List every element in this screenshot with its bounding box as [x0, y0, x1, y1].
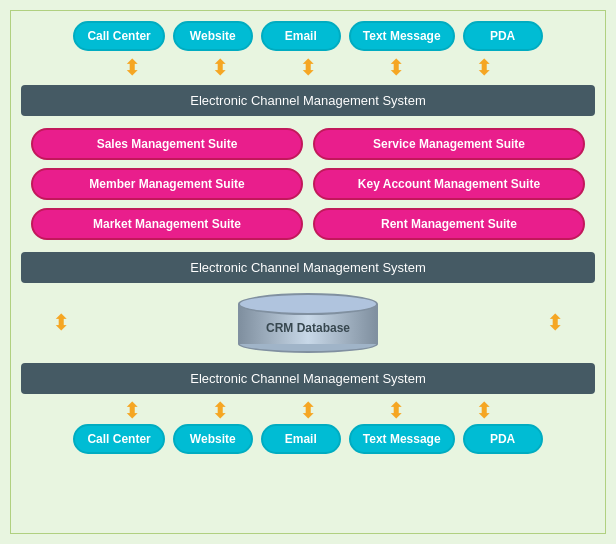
crm-database: CRM Database: [238, 293, 378, 353]
top-channel-row: Call Center Website Email Text Message P…: [21, 21, 595, 51]
bottom-channel-row: Call Center Website Email Text Message P…: [21, 424, 595, 454]
sales-suite: Sales Management Suite: [31, 128, 303, 160]
right-side-arrows: ⬍: [525, 312, 585, 334]
arrow-3: ⬍: [299, 57, 317, 79]
b-arrow-4: ⬍: [387, 400, 405, 422]
suite-col-right: Service Management Suite Key Account Man…: [313, 128, 585, 240]
market-suite: Market Management Suite: [31, 208, 303, 240]
middle-section: ⬍ CRM Database ⬍: [21, 289, 595, 357]
b-arrow-5: ⬍: [475, 400, 493, 422]
main-container: Call Center Website Email Text Message P…: [10, 10, 606, 534]
system-bar-1: Electronic Channel Management System: [21, 85, 595, 116]
bottom-email: Email: [261, 424, 341, 454]
bottom-text-message: Text Message: [349, 424, 455, 454]
top-website: Website: [173, 21, 253, 51]
arrow-4: ⬍: [387, 57, 405, 79]
bottom-arrows: ⬍ ⬍ ⬍ ⬍ ⬍: [21, 400, 595, 422]
bottom-call-center: Call Center: [73, 424, 164, 454]
system-bar-2: Electronic Channel Management System: [21, 252, 595, 283]
bottom-pda: PDA: [463, 424, 543, 454]
b-arrow-3: ⬍: [299, 400, 317, 422]
suite-area: Sales Management Suite Member Management…: [21, 120, 595, 248]
system-bar-3: Electronic Channel Management System: [21, 363, 595, 394]
top-call-center: Call Center: [73, 21, 164, 51]
crm-label: CRM Database: [238, 321, 378, 335]
arrow-1: ⬍: [123, 57, 141, 79]
service-suite: Service Management Suite: [313, 128, 585, 160]
cylinder: CRM Database: [238, 293, 378, 353]
top-arrows: ⬍ ⬍ ⬍ ⬍ ⬍: [21, 57, 595, 79]
left-side-arrows: ⬍: [31, 312, 91, 334]
arrow-2: ⬍: [211, 57, 229, 79]
key-account-suite: Key Account Management Suite: [313, 168, 585, 200]
suite-col-left: Sales Management Suite Member Management…: [31, 128, 303, 240]
bottom-website: Website: [173, 424, 253, 454]
top-email: Email: [261, 21, 341, 51]
b-arrow-2: ⬍: [211, 400, 229, 422]
b-arrow-1: ⬍: [123, 400, 141, 422]
arrow-5: ⬍: [475, 57, 493, 79]
member-suite: Member Management Suite: [31, 168, 303, 200]
top-text-message: Text Message: [349, 21, 455, 51]
top-pda: PDA: [463, 21, 543, 51]
left-arrow: ⬍: [52, 312, 70, 334]
right-arrow: ⬍: [546, 312, 564, 334]
crm-center: CRM Database: [91, 293, 525, 353]
cylinder-top: [238, 293, 378, 315]
rent-suite: Rent Management Suite: [313, 208, 585, 240]
